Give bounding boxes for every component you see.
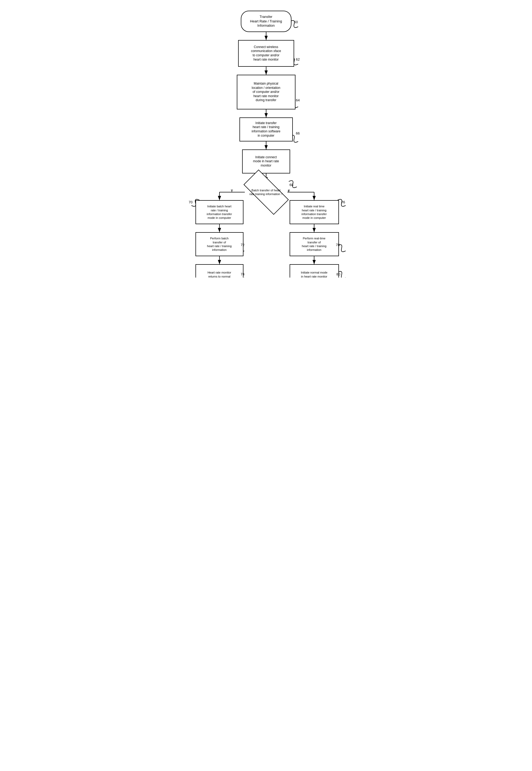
label-80: 80 — [337, 272, 340, 276]
label-74: 74 — [241, 272, 245, 276]
f-label: F — [288, 189, 290, 193]
connect-mode-node: Initiate connect mode in heart rate moni… — [242, 149, 290, 173]
step-74-node: Heart rate monitor returns to normal mod… — [195, 264, 243, 278]
step-76-node: Initiate real time heart rate / training… — [290, 200, 339, 224]
t-label: T — [231, 189, 233, 193]
label-66: 66 — [296, 131, 300, 135]
step-66-node: Initiate transfer heart rate / training … — [239, 117, 293, 141]
label-70: 70 — [189, 200, 193, 204]
step-72-node: Perform batch transfer of heart rate / t… — [195, 232, 243, 256]
flowchart: Transfer Heart Rate / Training Informati… — [173, 5, 359, 272]
step-64-node: Maintain physical location / orientation… — [237, 75, 295, 109]
decision-68: Batch transfer of heart rate training in… — [245, 180, 287, 204]
start-node: Transfer Heart Rate / Training Informati… — [241, 11, 291, 32]
label-64: 64 — [296, 98, 300, 102]
step-70-node: Initiate batch heart rate / training inf… — [195, 200, 243, 224]
step-62-node: Connect wireless communication xface to … — [238, 40, 294, 67]
step-80-node: Initiate normal mode in heart rate monit… — [290, 264, 339, 278]
label-62: 62 — [296, 57, 300, 61]
label-76: 76 — [341, 200, 345, 204]
label-68: 68 — [290, 183, 293, 187]
label-72: 72 — [241, 243, 245, 247]
step-78-node: Perform real-time transfer of heart rate… — [290, 232, 339, 256]
label-78: 78 — [336, 243, 340, 247]
label-60: 60 — [294, 20, 298, 24]
